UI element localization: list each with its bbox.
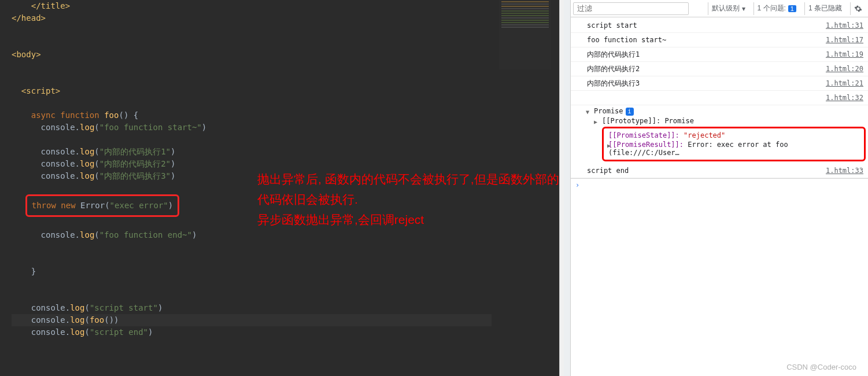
log-row: foo function start~1.html:17	[571, 33, 868, 47]
log-row: script start1.html:31	[571, 19, 868, 33]
code-text: console	[41, 147, 75, 156]
log-row: 内部的代码执行21.html:20	[571, 62, 868, 76]
string: "内部的代码执行3"	[99, 171, 171, 180]
settings-button[interactable]	[850, 2, 866, 15]
annotation-text: 抛出异常后, 函数内的代码不会被执行了,但是函数外部的代码依旧会被执行. 异步函…	[257, 169, 559, 230]
promise-prototype[interactable]: ▶[[Prototype]]: Promise	[592, 116, 868, 126]
code-editor[interactable]: </title> </head> <body> <script> async f…	[0, 0, 559, 376]
keyword-function: function	[60, 110, 104, 120]
chevron-right-icon: ▶	[607, 142, 611, 149]
string: "foo function start~"	[99, 123, 202, 132]
gear-icon	[854, 5, 862, 13]
code-text: () {	[119, 110, 138, 120]
function-name: foo	[104, 110, 119, 120]
log-row: script end1.html:33	[571, 164, 868, 178]
code-text: </head>	[12, 13, 46, 23]
promise-object[interactable]: ▼Promisei ▶[[Prototype]]: Promise [[Prom…	[571, 105, 868, 164]
source-link[interactable]: 1.html:32	[826, 93, 863, 103]
error-class: Error	[80, 201, 105, 210]
current-line: console.log(foo())	[12, 314, 492, 326]
brace-close: }	[31, 267, 36, 276]
issues-indicator[interactable]: 1 个问题:1	[754, 2, 800, 15]
code-text: log	[80, 123, 94, 132]
log-row: 内部的代码执行11.html:19	[571, 47, 868, 62]
issues-badge: 1	[788, 5, 796, 12]
hidden-indicator[interactable]: 1 条已隐藏	[804, 2, 845, 15]
code-text: console	[41, 123, 75, 132]
promise-result[interactable]: ▶[[PromiseResult]]: Error: exec error at…	[605, 140, 863, 157]
code-text: <script>	[21, 86, 60, 95]
keyword-new: new	[61, 201, 80, 210]
chevron-right-icon: ▶	[594, 119, 597, 125]
source-link[interactable]: 1.html:17	[826, 35, 863, 45]
code-text: .	[75, 123, 80, 132]
code-text: <body>	[12, 50, 41, 59]
log-row-promise: 1.html:32	[571, 91, 868, 105]
string: "foo function end~"	[99, 230, 192, 239]
source-link[interactable]: 1.html:19	[826, 49, 863, 60]
source-link[interactable]: 1.html:33	[826, 165, 863, 176]
source-link[interactable]: 1.html:31	[826, 20, 863, 31]
minimap[interactable]	[499, 0, 551, 69]
log-row: 内部的代码执行31.html:21	[571, 76, 868, 91]
function-call: foo	[90, 315, 104, 325]
string: "exec error"	[110, 201, 168, 210]
code-text: (	[94, 123, 99, 132]
highlighted-throw-line: throw new Error("exec error")	[25, 194, 179, 217]
console-log[interactable]: script start1.html:31 foo function start…	[571, 17, 868, 376]
keyword-throw: throw	[32, 201, 61, 210]
chevron-down-icon: ▼	[586, 109, 589, 115]
panel-separator[interactable]	[559, 0, 564, 376]
console-toolbar: 默认级别 ▾ 1 个问题:1 1 条已隐藏	[571, 0, 868, 17]
string: "内部的代码执行1"	[99, 147, 171, 156]
code-text: )	[202, 123, 206, 132]
filter-input[interactable]	[573, 2, 689, 15]
console-gutter	[564, 0, 571, 376]
console-prompt[interactable]: ›	[571, 178, 868, 191]
promise-header[interactable]: ▼Promisei	[583, 106, 868, 116]
info-icon[interactable]: i	[626, 108, 634, 116]
highlighted-promise-state: [[PromiseState]]: "rejected" ▶[[PromiseR…	[602, 127, 866, 161]
source-link[interactable]: 1.html:20	[826, 64, 863, 74]
code-text: </title>	[31, 1, 70, 10]
watermark: CSDN @Coder-coco	[786, 363, 856, 371]
string: "内部的代码执行2"	[99, 159, 171, 168]
string: "script start"	[90, 303, 158, 312]
promise-state[interactable]: [[PromiseState]]: "rejected"	[605, 131, 863, 140]
log-level-selector[interactable]: 默认级别 ▾	[708, 2, 749, 15]
keyword-async: async	[31, 110, 61, 120]
string: "script end"	[90, 327, 148, 337]
devtools-console: 默认级别 ▾ 1 个问题:1 1 条已隐藏 script start1.html…	[571, 0, 868, 376]
source-link[interactable]: 1.html:21	[826, 78, 863, 89]
